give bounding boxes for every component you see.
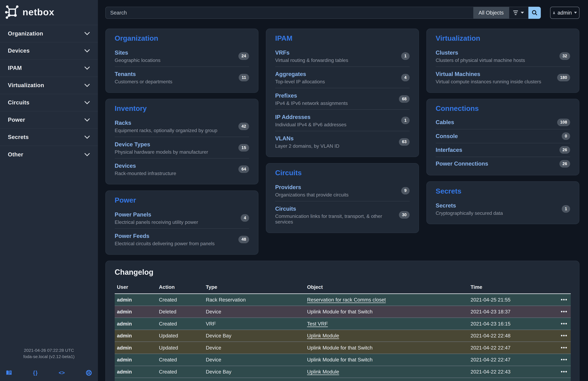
sidebar-item-other[interactable]: Other: [0, 146, 98, 163]
count-badge: 64: [238, 165, 249, 173]
object-link[interactable]: Test VRF: [307, 321, 328, 327]
item-description: Rack-mounted infrastructure: [115, 171, 176, 176]
racks-link[interactable]: Racks: [115, 120, 131, 126]
column-header-user: User: [115, 284, 157, 294]
list-item: Cables 108: [436, 115, 570, 129]
row-menu-icon[interactable]: •••: [561, 309, 567, 314]
ip-addresses-link[interactable]: IP Addresses: [275, 114, 311, 120]
main-content: All Objects admin Organization: [98, 0, 588, 381]
vlans-link[interactable]: VLANs: [275, 135, 294, 142]
changelog-table: User Action Type Object Time admin Creat…: [115, 284, 571, 381]
search-scope-button[interactable]: All Objects: [473, 7, 509, 19]
card-title: Virtualization: [436, 34, 570, 42]
sidebar-item-label: Circuits: [8, 99, 29, 106]
help-lifebuoy-icon[interactable]: [86, 370, 92, 376]
power-feeds-link[interactable]: Power Feeds: [115, 233, 149, 239]
sidebar-item-virtualization[interactable]: Virtualization: [0, 77, 98, 94]
row-menu-cell: •••: [558, 378, 571, 381]
vrfs-link[interactable]: VRFs: [275, 49, 290, 56]
interfaces-link[interactable]: Interfaces: [436, 147, 462, 153]
sidebar-item-ipam[interactable]: IPAM: [0, 60, 98, 77]
sites-link[interactable]: Sites: [115, 49, 128, 56]
changelog-title: Changelog: [115, 268, 570, 277]
search-icon: [532, 10, 537, 16]
row-menu-icon[interactable]: •••: [561, 357, 567, 362]
brand[interactable]: netbox: [0, 0, 98, 20]
search-input[interactable]: [105, 7, 473, 19]
devices-link[interactable]: Devices: [115, 163, 136, 169]
search-filter-button[interactable]: [509, 7, 528, 19]
row-object: Test VRF: [305, 318, 468, 330]
row-action: Created: [157, 378, 204, 381]
list-item: Power Panels Electrical panels receiving…: [115, 207, 249, 229]
row-action: Updated: [157, 330, 204, 342]
sidebar-item-organization[interactable]: Organization: [0, 25, 98, 42]
list-item: Prefixes IPv4 & IPv6 network assignments…: [275, 88, 410, 110]
count-badge: 24: [238, 52, 249, 60]
object-text: Uplink Module for that Switch: [307, 309, 373, 314]
search-submit-button[interactable]: [528, 7, 541, 19]
connections-card: Connections Cables 108 Console 0 Interfa…: [426, 99, 579, 175]
chevron-down-icon: [84, 153, 90, 156]
count-badge: 42: [238, 123, 249, 130]
row-time: 2021-04-22 22:43: [468, 366, 557, 378]
grid-column-2: IPAM VRFs Virtual routing & forwarding t…: [266, 29, 419, 233]
row-menu-icon[interactable]: •••: [561, 333, 567, 338]
user-menu-button[interactable]: admin: [550, 7, 579, 19]
providers-link[interactable]: Providers: [275, 184, 301, 190]
search-bar: All Objects: [105, 7, 541, 19]
sidebar-item-label: Power: [8, 117, 25, 123]
row-object: C9200-NM-4G: [305, 378, 468, 381]
item-description: Equipment racks, optionally organized by…: [115, 128, 217, 133]
power-connections-link[interactable]: Power Connections: [436, 160, 488, 167]
brand-name: netbox: [22, 7, 54, 17]
console-link[interactable]: Console: [436, 133, 458, 139]
item-description: Customers or departments: [115, 79, 172, 85]
count-badge: 32: [559, 52, 570, 60]
row-menu-cell: •••: [558, 330, 571, 342]
item-description: Virtual compute instances running inside…: [436, 79, 541, 85]
row-action: Deleted: [157, 306, 204, 318]
count-badge: 30: [399, 211, 409, 219]
sidebar-item-power[interactable]: Power: [0, 112, 98, 129]
row-action: Updated: [157, 342, 204, 354]
object-link[interactable]: Reservation for rack Comms closet: [307, 297, 386, 303]
list-item: Power Feeds Electrical circuits deliveri…: [115, 229, 249, 250]
topbar: All Objects admin: [105, 7, 579, 19]
prefixes-link[interactable]: Prefixes: [275, 92, 297, 99]
row-menu-icon[interactable]: •••: [561, 297, 567, 303]
row-user: admin: [115, 306, 157, 318]
device-types-link[interactable]: Device Types: [115, 141, 150, 148]
rest-api-braces-icon[interactable]: { }: [33, 370, 38, 376]
object-link[interactable]: Uplink Module: [307, 369, 339, 375]
object-link[interactable]: Uplink Module: [307, 333, 339, 338]
cables-link[interactable]: Cables: [436, 119, 454, 126]
aggregates-link[interactable]: Aggregates: [275, 71, 306, 77]
row-user: admin: [115, 366, 157, 378]
row-menu-icon[interactable]: •••: [561, 321, 567, 327]
docs-book-icon[interactable]: [6, 370, 12, 376]
virtual-machines-link[interactable]: Virtual Machines: [436, 71, 480, 77]
source-code-icon[interactable]: <>: [59, 370, 65, 376]
card-title: Inventory: [115, 104, 249, 112]
row-type: Rack Reservation: [204, 294, 305, 306]
sidebar-item-devices[interactable]: Devices: [0, 42, 98, 60]
clusters-link[interactable]: Clusters: [436, 49, 458, 56]
power-panels-link[interactable]: Power Panels: [115, 211, 151, 218]
table-row: admin Deleted Device Uplink Module for t…: [115, 306, 571, 318]
count-badge: 26: [559, 160, 570, 168]
list-item: Device Types Physical hardware models by…: [115, 137, 249, 158]
tenants-link[interactable]: Tenants: [115, 71, 136, 77]
sidebar-item-secrets[interactable]: Secrets: [0, 129, 98, 146]
circuits-card: Circuits Providers Organizations that pr…: [266, 163, 419, 233]
column-header-action: Action: [157, 284, 204, 294]
row-menu-icon[interactable]: •••: [561, 345, 567, 351]
sidebar-item-label: IPAM: [8, 65, 22, 71]
secrets-link[interactable]: Secrets: [436, 202, 456, 209]
row-object: Uplink Module: [305, 366, 468, 378]
card-title: Secrets: [436, 187, 570, 195]
sidebar-item-circuits[interactable]: Circuits: [0, 94, 98, 112]
row-menu-icon[interactable]: •••: [561, 369, 567, 375]
circuits-link[interactable]: Circuits: [275, 206, 296, 212]
card-title: IPAM: [275, 34, 410, 42]
